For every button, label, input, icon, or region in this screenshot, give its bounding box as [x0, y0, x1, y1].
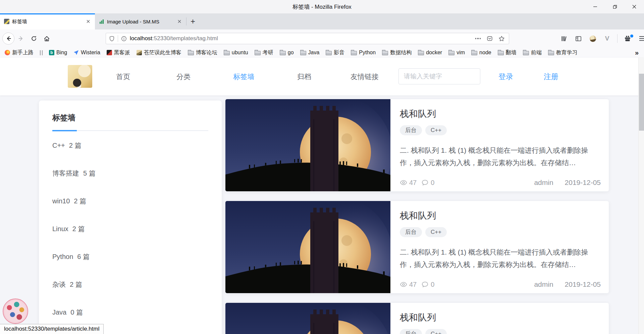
bookmark-folder-node[interactable]: node [471, 50, 491, 56]
bookmark-wisteria[interactable]: Wisteria [73, 50, 100, 56]
nav-item-categories[interactable]: 分类 [160, 72, 207, 81]
tab-image-upload[interactable]: Image Upload - SM.MS [95, 13, 186, 29]
gift-extension-button[interactable] [621, 32, 634, 45]
bookmark-getting-started[interactable]: 新手上路 [5, 49, 34, 56]
folder-icon [351, 51, 357, 55]
smms-favicon-icon [99, 19, 104, 24]
article-tag-pill[interactable]: 后台 [400, 125, 422, 135]
article-cover-image[interactable] [225, 201, 390, 293]
tag-item-win10[interactable]: win102 篇 [52, 187, 208, 215]
bookmarks-overflow-chevron[interactable]: » [635, 49, 639, 57]
article-title[interactable]: 栈和队列 [400, 210, 601, 222]
article-title[interactable]: 栈和队列 [400, 108, 601, 120]
tab-tag-wall[interactable]: 标签墙 [0, 13, 95, 29]
forward-button[interactable] [15, 32, 28, 45]
article-tag-pill[interactable]: C++ [425, 227, 447, 237]
article-author: admin [534, 179, 553, 187]
bookmark-folder-docker[interactable]: docker [418, 50, 442, 56]
bookmark-folder-kaoyan[interactable]: 考研 [255, 49, 273, 56]
view-count: 47 [400, 179, 417, 187]
library-button[interactable] [557, 32, 570, 45]
article-tag-pill[interactable]: C++ [425, 125, 447, 135]
folder-icon [188, 51, 194, 55]
tag-item-linux[interactable]: Linux2 篇 [52, 215, 208, 243]
nav-item-tag-wall[interactable]: 标签墙 [220, 72, 267, 81]
bookmark-folder-blog-forum[interactable]: 博客论坛 [188, 49, 217, 56]
bookmark-hackpai[interactable]: 黑客派 [107, 49, 130, 56]
folder-icon [523, 51, 529, 55]
folder-icon [224, 51, 230, 55]
tag-item-blog-build[interactable]: 博客搭建5 篇 [52, 159, 208, 187]
register-link[interactable]: 注册 [544, 58, 558, 95]
bookmark-folder-frontend[interactable]: 前端 [523, 49, 542, 56]
article-tag-pill[interactable]: C++ [425, 329, 447, 334]
article-tag-pill[interactable]: 后台 [400, 227, 422, 237]
article-tag-pill[interactable]: 后台 [400, 329, 422, 334]
tag-item-python[interactable]: Python6 篇 [52, 243, 208, 271]
bookmark-folder-fanqiang[interactable]: 翻墙 [498, 49, 517, 56]
bookmark-cangmang-blog[interactable]: 苍茫误此生博客 [137, 49, 181, 56]
home-button[interactable] [40, 32, 53, 45]
page-actions-button[interactable] [474, 34, 482, 43]
url-text[interactable]: localhost:52330/templates/tag.html [130, 35, 218, 42]
restore-button[interactable] [605, 0, 625, 13]
url-separator [118, 35, 118, 42]
bookmark-bing[interactable]: b Bing [49, 50, 67, 56]
bookmark-folder-go[interactable]: go [280, 50, 294, 56]
back-button[interactable] [2, 32, 15, 45]
article-card: 栈和队列 后台 C++ 二. 栈和队列 1. 栈 (1) 概念栈只能在一端进行插… [225, 303, 609, 334]
article-meta: 47 0 admin 2019-12-05 [400, 280, 601, 288]
minimize-button[interactable] [586, 0, 605, 13]
screenshot-extension-button[interactable] [586, 32, 599, 45]
bookmarks-bar: 新手上路 b Bing Wisteria 黑客派 苍茫误此生博客 博客论坛 ub… [0, 48, 644, 58]
article-cover-image[interactable] [225, 303, 390, 334]
floating-avatar-widget[interactable] [3, 298, 28, 324]
tag-item-zatan[interactable]: 杂谈2 篇 [52, 271, 208, 298]
tracking-shield-icon[interactable] [109, 36, 115, 42]
article-card-body: 栈和队列 后台 C++ 二. 栈和队列 1. 栈 (1) 概念栈只能在一端进行插… [390, 201, 609, 293]
site-logo[interactable] [68, 65, 92, 88]
nav-item-home[interactable]: 首页 [100, 72, 147, 81]
article-cover-image[interactable] [225, 99, 390, 191]
nav-item-archive[interactable]: 归档 [281, 72, 328, 81]
minimize-icon [593, 5, 597, 9]
site-info-icon[interactable] [121, 36, 127, 42]
folder-icon [255, 51, 261, 55]
page-scrollbar[interactable] [638, 58, 644, 334]
view-count: 47 [400, 281, 417, 288]
bookmark-folder-ubuntu[interactable]: ubuntu [224, 50, 248, 56]
login-link[interactable]: 登录 [498, 58, 513, 95]
window-titlebar: 标签墙 - Mozilla Firefox [0, 0, 644, 13]
bookmark-folder-media[interactable]: 影音 [326, 49, 344, 56]
article-title[interactable]: 栈和队列 [400, 312, 601, 324]
tag-item-cpp[interactable]: C++2 篇 [52, 132, 208, 159]
folder-icon [448, 51, 454, 55]
bookmark-folder-vim[interactable]: vim [448, 50, 465, 56]
vimium-extension-button[interactable]: V [601, 32, 613, 45]
close-button[interactable] [625, 0, 644, 13]
tag-item-java[interactable]: Java0 篇 [52, 298, 208, 326]
bookmark-folder-datastruct[interactable]: 数据结构 [382, 49, 412, 56]
bookmark-folder-python[interactable]: Python [351, 50, 376, 56]
scrollbar-thumb[interactable] [639, 74, 644, 131]
bookmark-folder-java[interactable]: Java [300, 50, 320, 56]
pocket-button[interactable] [485, 34, 494, 43]
restore-icon [613, 5, 617, 9]
tab-close-icon[interactable] [84, 17, 92, 25]
page-viewport: 首页 分类 标签墙 归档 友情链接 登录 注册 标签墙 C++2 篇 博客搭建5… [0, 58, 644, 334]
search-input[interactable] [398, 68, 480, 84]
menu-button[interactable] [636, 32, 644, 45]
star-icon [498, 36, 505, 42]
hackpai-icon [107, 50, 112, 55]
nav-item-links[interactable]: 友情链接 [341, 72, 388, 81]
sidebar-toggle-button[interactable] [572, 32, 585, 45]
comment-count: 0 [421, 179, 434, 187]
bookmark-folder-education[interactable]: 教育学习 [548, 49, 578, 56]
pocket-icon [487, 36, 493, 42]
site-header: 首页 分类 标签墙 归档 友情链接 登录 注册 [0, 58, 644, 95]
tab-close-icon[interactable] [175, 17, 183, 25]
new-tab-button[interactable]: + [186, 13, 199, 29]
bookmark-star-button[interactable] [497, 34, 506, 43]
url-bar[interactable]: localhost:52330/templates/tag.html [106, 33, 509, 44]
reload-button[interactable] [28, 32, 40, 45]
